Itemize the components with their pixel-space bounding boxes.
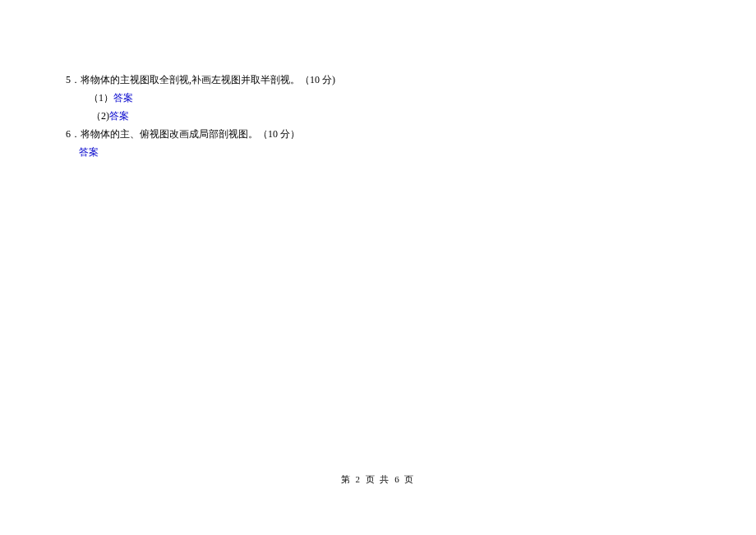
question-6-number: 6． <box>66 128 81 140</box>
question-5-sub-2-prefix: （2) <box>91 110 109 122</box>
question-6: 6．将物体的主、俯视图改画成局部剖视图。（10 分） <box>66 125 756 143</box>
question-5-number: 5． <box>66 74 81 85</box>
question-5-text: 将物体的主视图取全剖视,补画左视图并取半剖视。（10 分) <box>81 74 335 85</box>
question-5: 5．将物体的主视图取全剖视,补画左视图并取半剖视。（10 分) <box>66 71 756 89</box>
question-5-sub-1-prefix: （1） <box>89 92 113 104</box>
question-6-answer-line: 答案 <box>66 143 756 161</box>
answer-link-5-2[interactable]: 答案 <box>109 110 129 122</box>
question-5-sub-1: （1）答案 <box>66 89 756 107</box>
answer-link-6[interactable]: 答案 <box>79 146 99 158</box>
answer-link-5-1[interactable]: 答案 <box>113 92 133 104</box>
question-6-text: 将物体的主、俯视图改画成局部剖视图。（10 分） <box>81 128 300 140</box>
question-5-sub-2: （2)答案 <box>66 107 756 125</box>
document-content: 5．将物体的主视图取全剖视,补画左视图并取半剖视。（10 分) （1）答案 （2… <box>0 0 756 161</box>
page-footer: 第 2 页 共 6 页 <box>0 473 756 486</box>
